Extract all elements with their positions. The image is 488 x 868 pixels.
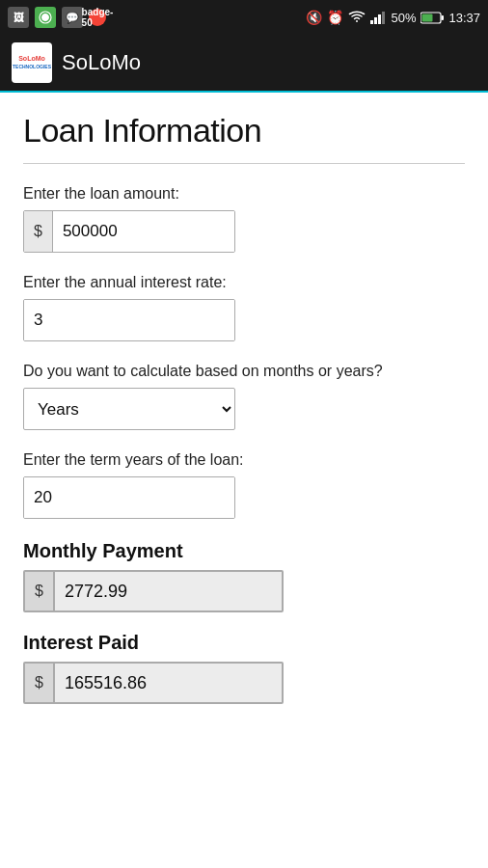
battery-percent: 50%: [391, 11, 416, 25]
alarm-icon: ⏰: [327, 10, 343, 25]
sms-notification-icon: 💬: [62, 7, 83, 28]
svg-rect-4: [382, 12, 385, 24]
interest-rate-input-container: %: [23, 299, 235, 341]
battery-icon: [420, 12, 444, 24]
mute-icon: 🔇: [306, 10, 322, 25]
app-logo: SoLoMoTECHNOLOGIES: [12, 42, 52, 83]
loan-amount-input[interactable]: [53, 211, 235, 252]
interest-rate-group: Enter the annual interest rate: %: [23, 274, 465, 341]
term-input[interactable]: [24, 477, 235, 518]
status-icons: 🖼 💬 badge-50: [8, 7, 106, 28]
status-bar: 🖼 💬 badge-50 🔇 ⏰ 5: [0, 0, 488, 35]
monthly-payment-section: Monthly Payment $ 2772.99: [23, 540, 465, 612]
term-input-container: Years: [23, 476, 235, 519]
calc-type-group: Do you want to calculate based on months…: [23, 363, 465, 430]
svg-rect-2: [374, 17, 377, 24]
term-group: Enter the term years of the loan: Years: [23, 451, 465, 519]
interest-rate-input[interactable]: [24, 300, 235, 340]
svg-rect-3: [378, 14, 381, 24]
monthly-payment-field: $ 2772.99: [23, 570, 284, 612]
loan-amount-input-container: $: [23, 210, 235, 253]
svg-rect-7: [422, 14, 433, 21]
divider: [23, 163, 465, 164]
svg-rect-1: [370, 20, 373, 24]
loan-amount-prefix: $: [24, 211, 53, 252]
monthly-payment-prefix: $: [25, 572, 55, 610]
interest-paid-field: $ 165516.86: [23, 662, 284, 704]
interest-paid-section: Interest Paid $ 165516.86: [23, 632, 465, 704]
calc-type-select[interactable]: Years Months: [23, 388, 235, 430]
loan-amount-label: Enter the loan amount:: [23, 185, 465, 203]
interest-rate-label: Enter the annual interest rate:: [23, 274, 465, 291]
badge-50: badge-50: [89, 9, 106, 26]
svg-rect-6: [442, 15, 445, 20]
status-right: 🔇 ⏰ 50% 13:37: [306, 10, 480, 25]
term-label: Enter the term years of the loan:: [23, 451, 465, 469]
time-display: 13:37: [448, 11, 480, 25]
monthly-payment-label: Monthly Payment: [23, 540, 465, 562]
wifi-icon: [348, 11, 366, 24]
page-title: Loan Information: [23, 112, 465, 149]
calc-type-label: Do you want to calculate based on months…: [23, 363, 465, 380]
app-bar: SoLoMoTECHNOLOGIES SoLoMo: [0, 35, 488, 93]
signal-icon: [370, 11, 386, 24]
main-content: Loan Information Enter the loan amount: …: [0, 93, 488, 752]
whatsapp-notification-icon: [35, 7, 56, 28]
interest-paid-prefix: $: [25, 664, 55, 702]
interest-paid-value: 165516.86: [55, 664, 282, 702]
loan-amount-group: Enter the loan amount: $: [23, 185, 465, 253]
image-notification-icon: 🖼: [8, 7, 29, 28]
app-bar-title: SoLoMo: [62, 50, 141, 75]
interest-paid-label: Interest Paid: [23, 632, 465, 654]
monthly-payment-value: 2772.99: [55, 572, 282, 610]
